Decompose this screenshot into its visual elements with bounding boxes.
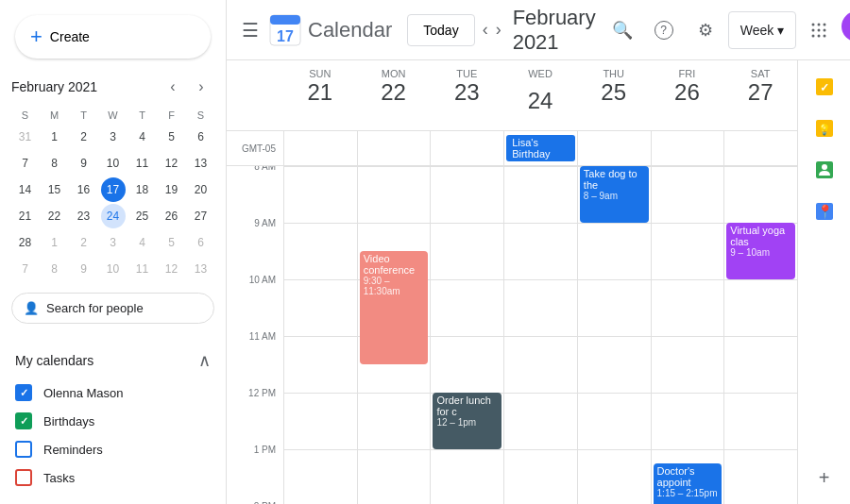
google-maps-icon[interactable]: 📍 [806,193,843,230]
mini-cal-day[interactable]: 12 [160,151,184,176]
mini-cal-day[interactable]: 4 [130,230,155,255]
day-number[interactable]: 24 [518,79,562,123]
event-take-dog[interactable]: Take dog to the8 – 9am [580,166,649,223]
mini-cal-day[interactable]: 14 [13,177,38,202]
lisas-birthday-event[interactable]: Lisa's Birthday [506,135,575,161]
allday-sun [283,131,357,165]
day-number[interactable]: 25 [577,79,651,107]
sidebar: + Create February 2021 ‹ › SMTWTFS311234… [0,0,227,504]
mini-cal-day[interactable]: 27 [189,204,213,228]
day-number[interactable]: 22 [357,79,431,107]
mini-cal-day[interactable]: 7 [13,257,38,281]
mini-cal-day[interactable]: 31 [13,125,38,149]
event-time: 1:15 – 2:15pm [657,488,719,498]
prev-week-button[interactable]: ‹ [483,11,488,49]
mini-cal-day[interactable]: 23 [72,204,96,228]
hour-line [358,166,431,167]
hamburger-menu[interactable]: ☰ [242,11,259,49]
help-button[interactable]: ? [645,11,683,49]
my-calendars-header[interactable]: My calendars ∧ [0,343,226,378]
hour-line [431,336,503,337]
mini-cal-day[interactable]: 11 [130,257,155,281]
hour-line [431,279,503,280]
create-button[interactable]: + Create [15,15,211,59]
mini-cal-day[interactable]: 10 [101,151,126,176]
mini-cal-day[interactable]: 5 [160,230,184,255]
mini-cal-day[interactable]: 25 [130,204,155,228]
mini-cal-day[interactable]: 20 [189,177,213,202]
mini-cal-day[interactable]: 19 [160,177,184,202]
mini-cal-day[interactable]: 4 [130,125,155,149]
mini-cal-day[interactable]: 13 [189,151,213,176]
mini-cal-day[interactable]: 2 [72,230,96,255]
hour-line [284,393,357,394]
mini-cal-day[interactable]: 26 [160,204,184,228]
time-label: 9 AM [254,218,276,228]
mini-cal-day[interactable]: 3 [101,230,126,255]
mini-cal-day[interactable]: 11 [130,151,155,176]
my-calendar-item[interactable]: Olenna Mason [0,378,226,407]
right-panel: ✓ 💡 📍 + [797,60,850,504]
hour-line [358,393,431,394]
my-calendars-chevron: ∧ [198,350,211,371]
mini-cal-day[interactable]: 10 [101,257,126,281]
day-number[interactable]: 26 [651,79,724,107]
mini-cal-day[interactable]: 15 [42,177,67,202]
mini-cal-day[interactable]: 5 [160,125,184,149]
google-contacts-icon[interactable] [806,151,843,189]
today-button[interactable]: Today [407,14,474,46]
day-name: TUE [430,68,503,79]
mini-cal-day[interactable]: 12 [160,257,184,281]
google-tasks-icon[interactable]: ✓ [806,68,843,106]
day-name: SAT [723,68,797,79]
mini-cal-day[interactable]: 7 [13,151,38,176]
event-order-lunch[interactable]: Order lunch for c12 – 1pm [433,393,502,449]
search-people[interactable]: 👤 Search for people [11,293,214,324]
top-header: ☰ 17 Calendar Today ‹ › February 2021 [227,0,850,60]
mini-cal-day[interactable]: 2 [72,125,96,149]
event-video-conference[interactable]: Video conference9:30 – 11:30am [360,251,429,364]
search-button[interactable]: 🔍 [604,11,641,49]
my-calendar-item[interactable]: Tasks [0,463,226,492]
mini-cal-day[interactable]: 18 [130,177,155,202]
day-name: SUN [283,68,357,79]
event-virtual-yoga[interactable]: Virtual yoga clas9 – 10am [726,223,795,279]
settings-button[interactable]: ⚙ [687,11,724,49]
day-number[interactable]: 27 [723,79,797,107]
day-number[interactable]: 21 [283,79,357,107]
google-keep-icon[interactable]: 💡 [806,109,843,147]
mini-cal-day[interactable]: 1 [42,125,67,149]
mini-cal-day[interactable]: 17 [101,177,126,202]
add-other-icon[interactable]: + [806,459,843,496]
mini-cal-day[interactable]: 8 [42,257,67,281]
my-calendar-item[interactable]: Birthdays [0,407,226,435]
hour-line [578,393,651,394]
mini-cal-day[interactable]: 6 [189,230,213,255]
day-name: MON [357,68,431,79]
event-time: 9 – 10am [730,247,791,258]
apps-button[interactable] [800,11,838,49]
mini-cal-day[interactable]: 21 [13,204,38,228]
mini-cal-day[interactable]: 28 [13,230,38,255]
mini-cal-day[interactable]: 9 [72,151,96,176]
view-dropdown[interactable]: Week ▾ [728,11,797,49]
mini-cal-day[interactable]: 1 [42,230,67,255]
mini-cal-day[interactable]: 16 [72,177,96,202]
hour-line [504,223,577,224]
svg-point-5 [818,23,821,25]
mini-cal-day[interactable]: 22 [42,204,67,228]
mini-cal-day[interactable]: 3 [101,125,126,149]
mini-cal-next[interactable]: › [188,74,214,100]
event-doctors-appoint[interactable]: Doctor's appoint1:15 – 2:15pm [654,463,722,504]
next-week-button[interactable]: › [496,11,502,49]
svg-text:💡: 💡 [818,123,831,136]
mini-cal-day[interactable]: 9 [72,257,96,281]
avatar[interactable]: O [842,11,850,42]
mini-cal-prev[interactable]: ‹ [160,74,186,100]
my-calendar-item[interactable]: Reminders [0,435,226,463]
mini-cal-day[interactable]: 6 [189,125,213,149]
mini-cal-day[interactable]: 24 [101,204,126,228]
day-number[interactable]: 23 [430,79,503,107]
mini-cal-day[interactable]: 8 [42,151,67,176]
mini-cal-day[interactable]: 13 [189,257,213,281]
